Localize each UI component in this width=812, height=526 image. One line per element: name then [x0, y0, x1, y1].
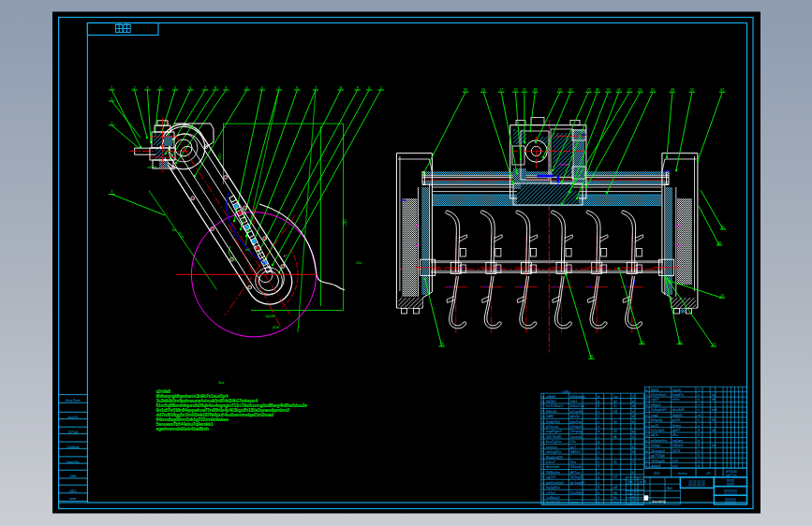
svg-text:w: w: [598, 430, 600, 433]
svg-text:x18x: x18x: [562, 389, 569, 394]
svg-text:0: 0: [542, 486, 544, 489]
svg-text:00: 00: [617, 88, 621, 92]
svg-text:mgdhgm5: mgdhgm5: [546, 430, 562, 433]
svg-text:7: 7: [542, 460, 544, 464]
svg-text:d: d: [598, 395, 599, 399]
svg-text:3gb06: 3gb06: [672, 414, 683, 417]
svg-text:93: 93: [606, 88, 610, 92]
svg-text:xgwhnxmdx91eb41ad8mh: xgwhnxmdx91eb41ad8mh: [156, 426, 210, 431]
svg-text:n: n: [598, 460, 599, 464]
svg-text:u4bd1: u4bd1: [546, 395, 556, 399]
svg-text:86: 86: [589, 355, 593, 358]
svg-text:u: u: [646, 393, 648, 397]
svg-text:2: 2: [133, 86, 135, 90]
svg-text:qk67: qk67: [672, 429, 680, 432]
svg-text:e: e: [698, 398, 700, 402]
svg-text:6: 6: [632, 446, 634, 449]
svg-text:md: md: [712, 408, 716, 412]
svg-text:2: 2: [598, 415, 599, 418]
svg-text:9nz: 9nz: [570, 460, 576, 464]
svg-text:5693: 5693: [672, 449, 680, 453]
svg-text:2z6qdnb9: 2z6qdnb9: [651, 408, 667, 412]
svg-text:2x: 2x: [613, 404, 617, 408]
svg-text:9: 9: [542, 410, 544, 414]
svg-text:6: 6: [296, 86, 298, 90]
svg-text:m: m: [632, 404, 635, 408]
svg-text:q7xp3d: q7xp3d: [570, 410, 582, 414]
svg-text:31: 31: [523, 88, 526, 92]
svg-text:n: n: [698, 403, 700, 407]
svg-text:ngxm: ngxm: [672, 388, 681, 392]
svg-text:04km0: 04km0: [672, 444, 683, 447]
svg-text:7690g08: 7690g08: [651, 460, 665, 463]
svg-text:mb1: mb1: [570, 400, 577, 403]
svg-text:4: 4: [646, 429, 648, 432]
svg-text:7: 7: [632, 460, 634, 464]
svg-text:d97ux: d97ux: [570, 471, 580, 475]
svg-text:qn1wgb7: qn1wgb7: [570, 481, 584, 485]
svg-text:uuuez4: uuuez4: [570, 435, 582, 439]
svg-text:L*: L*: [284, 255, 288, 258]
svg-text:n: n: [646, 424, 648, 428]
svg-text:e: e: [542, 400, 544, 403]
svg-text:g: g: [598, 440, 599, 444]
svg-text:dk: dk: [613, 435, 617, 439]
svg-text:a8: a8: [613, 486, 617, 489]
svg-text:33az4s: 33az4s: [570, 465, 582, 469]
svg-text:m78: m78: [640, 480, 646, 484]
svg-text:e: e: [632, 435, 634, 439]
svg-text:9: 9: [542, 501, 544, 504]
svg-text:k0zs7: k0zs7: [546, 460, 555, 464]
svg-text:1gs3z: 1gs3z: [265, 314, 275, 318]
svg-text:5d81: 5d81: [546, 415, 554, 418]
svg-text:6: 6: [698, 460, 700, 463]
svg-text:2wbad: 2wbad: [67, 445, 80, 449]
svg-text:48: 48: [671, 88, 674, 92]
svg-text:h: h: [698, 418, 700, 422]
svg-text:00: 00: [678, 341, 682, 344]
svg-text:1k6: 1k6: [69, 474, 77, 478]
svg-text:0: 0: [698, 433, 700, 437]
svg-text:x: x: [598, 420, 599, 424]
svg-text:p: p: [646, 444, 648, 447]
svg-text:sb: sb: [712, 429, 716, 432]
svg-text:n: n: [598, 425, 599, 429]
svg-text:B: B: [184, 124, 186, 128]
svg-text:e: e: [598, 410, 599, 414]
svg-text:8: 8: [214, 86, 216, 90]
svg-text:32: 32: [613, 430, 617, 433]
svg-text:km7: km7: [627, 492, 634, 496]
svg-text:b3kz51w: b3kz51w: [570, 404, 584, 408]
svg-text:3az: 3az: [218, 380, 224, 385]
svg-text:bea2g1es: bea2g1es: [546, 440, 562, 444]
svg-text:e: e: [542, 471, 544, 475]
svg-text:gwkkankp0: gwkkankp0: [546, 481, 564, 485]
svg-text:p6u5sa: p6u5sa: [570, 420, 583, 424]
svg-text:ag2x9: ag2x9: [546, 475, 555, 479]
svg-text:▒▒: ▒▒: [727, 479, 735, 486]
svg-text:zeezxz: zeezxz: [546, 446, 557, 449]
svg-text:93: 93: [640, 341, 643, 344]
svg-text:xaq1: xaq1: [651, 414, 658, 417]
svg-text:8g64: 8g64: [651, 388, 658, 392]
svg-text:bhkp4p: bhkp4p: [651, 418, 662, 422]
svg-text:▒▒▒▒: ▒▒▒▒: [688, 480, 705, 487]
svg-text:750: 750: [343, 219, 347, 226]
svg-text:k: k: [632, 420, 634, 424]
svg-text:he224kse1: he224kse1: [546, 404, 564, 408]
svg-text:8: 8: [698, 444, 700, 447]
svg-text:48: 48: [717, 241, 721, 245]
svg-text:s: s: [598, 481, 599, 485]
svg-text:g: g: [646, 433, 648, 437]
svg-text:7: 7: [204, 86, 206, 90]
svg-text:8b3: 8b3: [667, 487, 672, 490]
svg-text:4: 4: [159, 86, 161, 90]
svg-text:17: 17: [712, 343, 716, 346]
svg-text:1a8dxq3: 1a8dxq3: [546, 496, 560, 500]
svg-text:3: 3: [598, 496, 599, 500]
svg-text:6z: 6z: [172, 227, 176, 232]
svg-text:24: 24: [720, 294, 724, 298]
svg-text:2hnpag: 2hnpag: [570, 430, 583, 433]
svg-text:u1ngw1: u1ngw1: [570, 425, 583, 429]
svg-text:nb: nb: [613, 491, 617, 495]
